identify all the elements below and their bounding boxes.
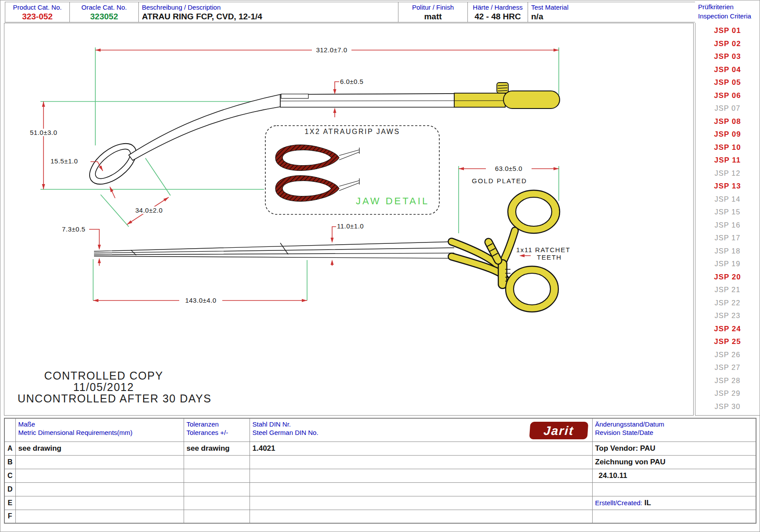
dim-gold-length: 63.0±5.0 xyxy=(494,165,523,172)
masse-header: Maße Metric Dimensional Requirements(mm) xyxy=(15,418,184,442)
inspection-item: JSP 23 xyxy=(695,309,760,322)
dim-shaft-width: 11.0±1.0 xyxy=(336,222,365,230)
footer-corner-cell xyxy=(4,418,15,442)
tolerances-value-b xyxy=(184,455,250,469)
oracle-cat-label: Oracle Cat. No. xyxy=(70,2,138,11)
steel-value-f xyxy=(250,510,592,523)
inspection-item: JSP 02 xyxy=(695,37,760,51)
revision-value-d xyxy=(592,482,756,496)
dim-shaft-length: 143.0±4.0 xyxy=(184,297,217,304)
masse-value-b xyxy=(15,455,184,469)
inspection-item: JSP 29 xyxy=(695,387,760,400)
inspection-item: JSP 28 xyxy=(695,374,760,387)
ratchet-label-line1: 1x11 RATCHET xyxy=(515,246,571,253)
inspection-item: JSP 04 xyxy=(695,63,760,76)
jarit-logo: Jarit xyxy=(529,422,588,439)
dim-ring-width: 15.5±1.0 xyxy=(50,157,79,165)
steel-value-c xyxy=(250,469,592,482)
revision-value-f xyxy=(592,510,756,523)
tolerances-header: Toleranzen Tolerances +/- xyxy=(184,418,250,442)
revision-value-c: 24.10.11 xyxy=(592,469,756,482)
inspection-item: JSP 10 xyxy=(695,141,760,154)
inspection-item: JSP 09 xyxy=(695,128,760,141)
inspection-item: JSP 07 xyxy=(695,102,760,115)
header-cell-inspection-criteria: Prüfkriterien Inspection Criteria xyxy=(695,2,760,22)
inspection-item: JSP 21 xyxy=(695,283,760,297)
inspection-item: JSP 19 xyxy=(695,257,760,271)
table-row-d: D xyxy=(4,482,756,496)
footer-table: Maße Metric Dimensional Requirements(mm)… xyxy=(4,418,756,524)
inspection-item: JSP 16 xyxy=(695,219,760,232)
inspection-item: JSP 03 xyxy=(695,50,760,63)
inspection-item: JSP 14 xyxy=(695,193,760,206)
jaw-detail-label: JAW DETAIL xyxy=(356,195,429,207)
revision-value-e: Erstellt/Created: IL xyxy=(592,496,756,510)
steel-value-d xyxy=(250,482,592,496)
tolerances-value-c xyxy=(184,469,250,482)
inspection-item: JSP 08 xyxy=(695,115,760,128)
finish-label: Politur / Finish xyxy=(398,2,467,11)
inspection-item: JSP 05 xyxy=(695,76,760,89)
product-cat-value: 323-052 xyxy=(5,11,69,22)
tolerances-value-a: see drawing xyxy=(184,442,250,455)
steel-value-e xyxy=(250,496,592,510)
tolerances-value-f xyxy=(184,510,250,523)
controlled-copy-stamp: CONTROLLED COPY 11/05/2012 UNCONTROLLED … xyxy=(18,370,190,404)
stamp-line2: 11/05/2012 xyxy=(18,381,190,393)
steel-header: Stahl DIN Nr. Steel German DIN No. Jarit xyxy=(250,418,592,442)
inspection-item: JSP 12 xyxy=(695,167,760,180)
inspection-item: JSP 27 xyxy=(695,361,760,374)
gold-plated-label: GOLD PLATED xyxy=(471,177,528,185)
tolerances-value-e xyxy=(184,496,250,510)
description-value: ATRAU RING FCP, CVD, 12-1/4 xyxy=(139,11,398,22)
inspection-criteria-list: JSP 01JSP 02JSP 03JSP 04JSP 05JSP 06JSP … xyxy=(695,23,760,416)
inspection-item: JSP 20 xyxy=(695,271,760,284)
finish-value: matt xyxy=(398,11,467,22)
table-row-f: F xyxy=(4,510,756,523)
header-cell-finish: Politur / Finish matt xyxy=(398,2,468,22)
steel-value-b xyxy=(250,455,592,469)
stamp-line1: CONTROLLED COPY xyxy=(18,370,190,381)
spec-sheet-page: Product Cat. No. 323-052 Oracle Cat. No.… xyxy=(0,0,760,532)
inspection-item: JSP 30 xyxy=(695,400,760,413)
inspection-item: JSP 17 xyxy=(695,232,760,245)
inspection-item: JSP 26 xyxy=(695,348,760,362)
hardness-value: 42 - 48 HRC xyxy=(468,11,528,22)
stamp-line3: UNCONTROLLED AFTER 30 DAYS xyxy=(18,393,190,404)
jaw-box-title: 1X2 ATRAUGRIP JAWS xyxy=(304,128,400,136)
steel-value-a: 1.4021 xyxy=(250,442,592,455)
inspection-item: JSP 13 xyxy=(695,180,760,193)
revision-header: Änderungsstand/Datum Revision State/Date xyxy=(592,418,756,442)
test-material-value: n/a xyxy=(528,11,695,22)
header-cell-oracle: Oracle Cat. No. 323052 xyxy=(69,2,139,22)
inspection-item: JSP 18 xyxy=(695,245,760,258)
masse-value-a: see drawing xyxy=(15,442,184,455)
header-cell-description: Beschreibung / Description ATRAU RING FC… xyxy=(138,2,398,22)
table-row-a: A see drawing see drawing 1.4021 Top Ven… xyxy=(4,442,756,455)
oracle-cat-value: 323052 xyxy=(70,11,138,22)
inspection-item: JSP 15 xyxy=(695,206,760,219)
table-row-b: B Zeichnung von PAU xyxy=(4,455,756,469)
tolerances-value-d xyxy=(184,482,250,496)
masse-value-d xyxy=(15,482,184,496)
inspection-criteria-label-en: Inspection Criteria xyxy=(695,11,760,20)
table-row-c: C 24.10.11 xyxy=(4,469,756,482)
revision-value-a: Top Vendor: PAU xyxy=(592,442,756,455)
dim-overall-length: 312.0±7.0 xyxy=(315,46,348,54)
masse-value-e xyxy=(15,496,184,510)
inspection-item: JSP 24 xyxy=(695,322,760,336)
table-row-e: E Erstellt/Created: IL xyxy=(4,496,756,510)
inspection-criteria-label-de: Prüfkriterien xyxy=(695,2,760,11)
test-material-label: Test Material xyxy=(528,2,695,11)
created-by-label: Erstellt/Created: xyxy=(595,499,643,507)
dim-shaft-height: 6.0±0.5 xyxy=(339,78,364,85)
hardness-label: Härte / Hardness xyxy=(468,2,528,11)
footer-header-row: Maße Metric Dimensional Requirements(mm)… xyxy=(4,418,756,442)
description-label: Beschreibung / Description xyxy=(139,2,398,11)
masse-value-f xyxy=(15,510,184,523)
created-by-value: IL xyxy=(644,499,651,507)
header-cell-hardness: Härte / Hardness 42 - 48 HRC xyxy=(467,2,528,22)
inspection-item: JSP 25 xyxy=(695,335,760,348)
ratchet-label-line2: TEETH xyxy=(536,253,563,261)
drawing-area: 312.0±7.0 6.0±0.5 51.0±3.0 15.5±1.0 34.0… xyxy=(4,23,694,416)
